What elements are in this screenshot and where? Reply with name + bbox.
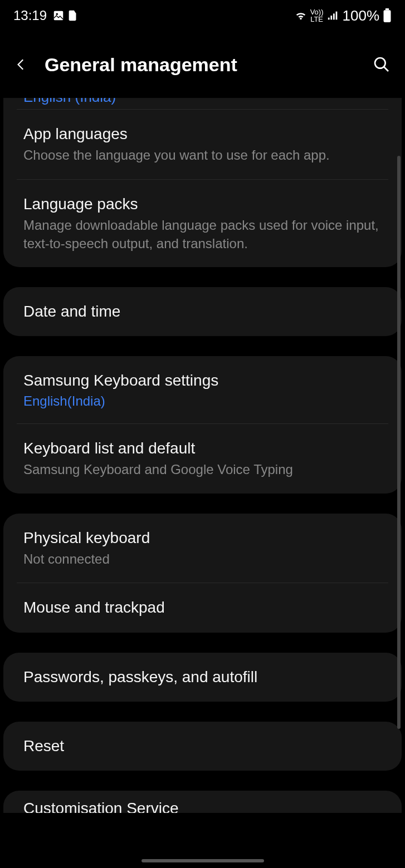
nav-indicator[interactable]: [141, 859, 264, 862]
list-item[interactable]: English (India): [3, 98, 402, 109]
item-sub: Manage downloadable language packs used …: [23, 216, 382, 253]
item-title: Customisation Service: [23, 798, 382, 813]
list-item-keyboard-list[interactable]: Keyboard list and default Samsung Keyboa…: [17, 424, 388, 494]
status-bar: 13:19 Vo))LTE 100%: [0, 0, 405, 31]
item-title: Language packs: [23, 194, 382, 214]
item-title: Mouse and trackpad: [23, 598, 382, 618]
svg-rect-6: [384, 10, 391, 22]
settings-group: Reset: [3, 722, 402, 771]
status-notif-icons: [52, 9, 79, 22]
status-left: 13:19: [13, 8, 79, 23]
svg-rect-0: [54, 11, 64, 21]
header: General management: [0, 31, 405, 98]
signal-icon: [327, 10, 339, 21]
item-title: Passwords, passkeys, and autofill: [23, 667, 382, 687]
svg-point-8: [375, 58, 386, 68]
settings-list[interactable]: English (India) App languages Choose the…: [0, 98, 405, 813]
list-item-customisation[interactable]: Customisation Service: [3, 791, 402, 813]
svg-rect-5: [335, 12, 337, 20]
settings-group: Passwords, passkeys, and autofill: [3, 653, 402, 702]
item-sub: English (India): [23, 98, 116, 106]
settings-group: Date and time: [3, 287, 402, 336]
svg-rect-4: [333, 13, 335, 19]
page-title: General management: [45, 54, 356, 76]
list-item-app-languages[interactable]: App languages Choose the language you wa…: [17, 110, 388, 179]
svg-rect-3: [330, 16, 332, 19]
item-title: Samsung Keyboard settings: [23, 371, 382, 391]
item-title: Keyboard list and default: [23, 438, 382, 458]
list-item-keyboard-settings[interactable]: Samsung Keyboard settings English(India): [3, 356, 402, 423]
settings-group: English (India) App languages Choose the…: [3, 98, 402, 267]
item-sub: English(India): [23, 393, 382, 409]
search-icon: [373, 56, 391, 73]
item-title: Reset: [23, 736, 382, 756]
list-item-physical-keyboard[interactable]: Physical keyboard Not connected: [3, 514, 402, 583]
settings-group: Customisation Service: [3, 791, 402, 813]
battery-icon: [383, 8, 392, 23]
battery-percent: 100%: [343, 7, 380, 24]
item-sub: Samsung Keyboard and Google Voice Typing: [23, 461, 382, 479]
list-item-date-time[interactable]: Date and time: [3, 287, 402, 336]
wifi-icon: [295, 10, 307, 21]
settings-group: Samsung Keyboard settings English(India)…: [3, 356, 402, 493]
list-item-language-packs[interactable]: Language packs Manage downloadable langu…: [17, 180, 388, 267]
status-time: 13:19: [13, 8, 47, 23]
svg-rect-7: [386, 8, 389, 10]
list-item-passwords[interactable]: Passwords, passkeys, and autofill: [3, 653, 402, 702]
svg-point-1: [56, 13, 58, 15]
list-item-reset[interactable]: Reset: [3, 722, 402, 771]
scrollbar[interactable]: [397, 156, 401, 729]
svg-rect-2: [328, 18, 329, 20]
search-button[interactable]: [370, 53, 393, 76]
back-button[interactable]: [12, 56, 30, 73]
chevron-left-icon: [14, 57, 28, 72]
item-sub: Choose the language you want to use for …: [23, 146, 382, 164]
item-title: Date and time: [23, 302, 382, 322]
list-item-mouse-trackpad[interactable]: Mouse and trackpad: [17, 583, 388, 632]
gallery-icon: [52, 9, 65, 22]
phone-icon: [67, 9, 79, 22]
status-right: Vo))LTE 100%: [295, 7, 392, 24]
item-title: Physical keyboard: [23, 528, 382, 548]
item-sub: Not connected: [23, 550, 382, 568]
item-title: App languages: [23, 124, 382, 144]
volte-icon: Vo))LTE: [310, 8, 324, 23]
settings-group: Physical keyboard Not connected Mouse an…: [3, 514, 402, 633]
